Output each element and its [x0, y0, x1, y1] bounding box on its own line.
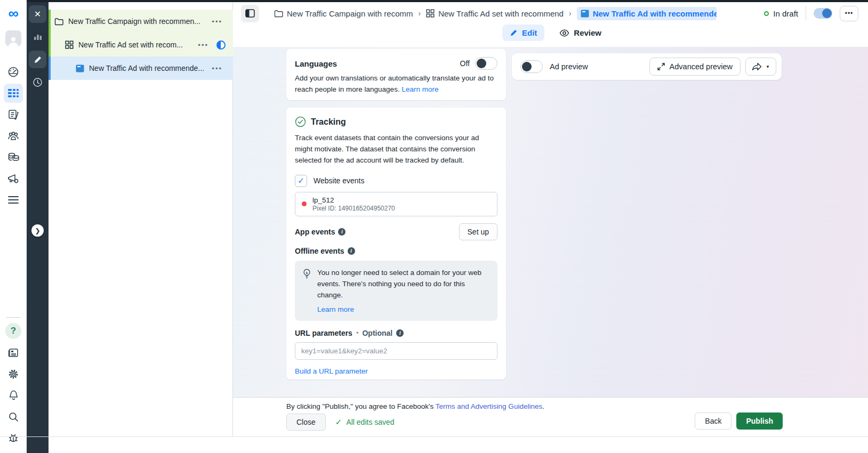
url-optional-label: Optional — [362, 329, 392, 337]
pencil-icon — [510, 29, 518, 37]
chevron-right-icon: › — [569, 9, 572, 18]
edit-content-area: Languages Off Add your own translations … — [233, 47, 868, 397]
tree-item-label: New Traffic Campaign with recommen... — [68, 17, 200, 26]
breadcrumb: New Traffic Campaign with recomm › New T… — [233, 2, 868, 25]
editor-tool-column: ✕ ❯ — [27, 0, 49, 453]
breadcrumb-label: New Traffic Ad with recommended s — [593, 9, 717, 18]
expand-panel-chevron-icon[interactable]: ❯ — [31, 224, 44, 237]
back-button[interactable]: Back — [695, 412, 732, 430]
report-bug-icon[interactable] — [4, 428, 23, 448]
breadcrumb-label: New Traffic Ad set with recommend — [438, 9, 564, 18]
saved-check-icon: ✓ — [335, 417, 342, 427]
news-updates-icon[interactable] — [4, 343, 23, 362]
advanced-preview-button[interactable]: Advanced preview — [649, 58, 741, 76]
notifications-bell-icon[interactable] — [4, 386, 23, 405]
settings-gear-icon[interactable] — [4, 365, 23, 384]
app-events-label: App events — [295, 228, 335, 236]
info-icon[interactable]: i — [338, 228, 345, 236]
share-preview-button[interactable]: ▼ — [745, 58, 776, 76]
tab-edit-label: Edit — [522, 28, 537, 37]
tree-item-adset[interactable]: New Traffic Ad set with recom... ••• — [49, 33, 233, 56]
draft-status-label: In draft — [773, 9, 798, 18]
url-parameters-label: URL parameters — [295, 329, 352, 337]
search-icon[interactable] — [4, 407, 23, 426]
languages-learn-more-link[interactable]: Learn more — [401, 85, 438, 93]
tab-review[interactable]: Review — [552, 25, 609, 41]
info-icon[interactable]: i — [396, 329, 404, 337]
tree-item-ad-selected[interactable]: New Traffic Ad with recommende... ••• — [49, 56, 233, 80]
tree-item-campaign[interactable]: New Traffic Campaign with recommen... ••… — [49, 10, 233, 33]
languages-toggle[interactable] — [475, 57, 497, 70]
tracking-title: Tracking — [311, 117, 346, 127]
edit-pencil-icon[interactable] — [29, 51, 46, 68]
saved-status-label: All edits saved — [346, 418, 394, 426]
url-parameters-input[interactable] — [295, 342, 497, 360]
tree-item-label: New Traffic Ad set with recom... — [78, 41, 183, 49]
agreement-prefix: By clicking "Publish," you agree to Face… — [286, 402, 436, 410]
app-events-setup-button[interactable]: Set up — [459, 223, 497, 240]
chevron-right-icon: › — [418, 9, 421, 18]
publish-agreement-text: By clicking "Publish," you agree to Face… — [286, 402, 544, 410]
breadcrumb-item-ad-current[interactable]: New Traffic Ad with recommended s — [577, 7, 717, 20]
ad-active-toggle[interactable] — [814, 8, 832, 19]
ads-reporting-icon[interactable] — [4, 105, 23, 124]
tab-edit[interactable]: Edit — [502, 25, 544, 41]
close-button[interactable]: Close — [286, 414, 326, 431]
campaign-accent-bar — [49, 10, 51, 33]
pixel-status-dot-icon — [302, 201, 307, 206]
breadcrumb-label: New Traffic Campaign with recomm — [287, 9, 413, 18]
info-icon[interactable]: i — [348, 247, 355, 255]
adset-accent-bar — [49, 33, 51, 56]
billing-coins-icon[interactable] — [4, 148, 23, 167]
check-circle-icon — [295, 116, 306, 127]
publish-button[interactable]: Publish — [736, 412, 783, 430]
caret-down-icon: ▼ — [766, 64, 770, 69]
ad-preview-toggle[interactable] — [520, 60, 543, 73]
terms-guidelines-link[interactable]: Terms and Advertising Guidelines — [436, 402, 542, 410]
ads-manager-megaphone-icon[interactable] — [4, 169, 23, 188]
share-arrow-icon — [752, 62, 762, 71]
languages-title: Languages — [295, 59, 337, 68]
tab-review-label: Review — [574, 28, 601, 37]
website-events-checkbox[interactable]: ✓ — [295, 175, 307, 187]
draft-status-icon — [764, 11, 769, 16]
account-avatar[interactable] — [5, 30, 21, 46]
pixel-selector[interactable]: lp_512 Pixel ID: 1490165204950270 — [295, 192, 497, 216]
build-url-parameter-link[interactable]: Build a URL parameter — [295, 367, 368, 375]
pixel-name: lp_512 — [312, 196, 395, 204]
history-clock-icon[interactable] — [29, 74, 46, 91]
campaign-options-dots-icon[interactable]: ••• — [212, 18, 222, 26]
close-editor-icon[interactable]: ✕ — [29, 5, 46, 23]
languages-toggle-state: Off — [460, 59, 470, 68]
collapse-sidebar-icon[interactable] — [241, 5, 259, 22]
advanced-preview-label: Advanced preview — [670, 62, 733, 71]
adset-contrast-status-icon[interactable] — [216, 41, 226, 50]
tip-learn-more-link[interactable]: Learn more — [317, 305, 354, 313]
campaign-tree-panel: New Traffic Campaign with recommen... ••… — [49, 0, 233, 436]
more-options-dots-icon[interactable]: ••• — [840, 6, 858, 21]
all-tools-menu-icon[interactable] — [4, 190, 23, 209]
window-top-edge — [27, 0, 868, 2]
languages-description: Add your own translations or automatical… — [295, 74, 494, 93]
help-icon[interactable]: ? — [5, 323, 21, 339]
adset-options-dots-icon[interactable]: ••• — [198, 41, 208, 49]
rail-divider — [6, 317, 20, 318]
ad-preview-bar: Ad preview Advanced preview ▼ — [512, 53, 782, 80]
website-events-label: Website events — [314, 176, 364, 185]
ad-square-icon — [76, 64, 84, 72]
tracking-description: Track event datasets that contain the co… — [295, 133, 497, 166]
audiences-icon[interactable] — [4, 126, 23, 145]
tree-item-label: New Traffic Ad with recommende... — [89, 64, 204, 72]
offline-events-label: Offline events — [295, 247, 344, 255]
ad-options-dots-icon[interactable]: ••• — [212, 64, 222, 72]
campaigns-table-icon[interactable] — [4, 84, 23, 103]
expand-arrows-icon — [657, 63, 665, 70]
meta-logo-icon[interactable]: ∞ — [8, 6, 18, 21]
pixel-id: Pixel ID: 1490165204950270 — [312, 205, 395, 212]
breadcrumb-item-adset[interactable]: New Traffic Ad set with recommend — [426, 9, 564, 18]
breadcrumb-item-campaign[interactable]: New Traffic Campaign with recomm — [274, 9, 413, 18]
lightbulb-icon — [302, 269, 311, 279]
overview-gauge-icon[interactable] — [4, 62, 23, 82]
global-nav-rail: ∞ ? — [0, 0, 27, 453]
performance-chart-icon[interactable] — [29, 28, 46, 45]
